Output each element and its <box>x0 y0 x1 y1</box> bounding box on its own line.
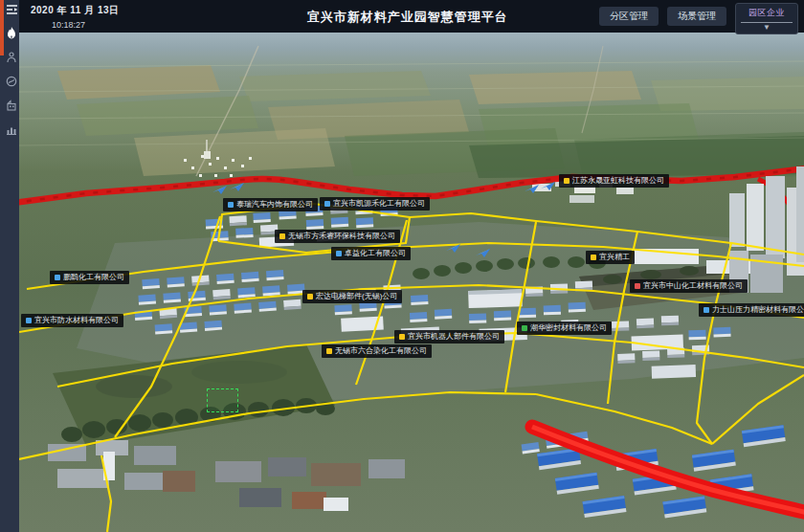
company-marker-icon <box>26 318 32 323</box>
company-label-text: 卓益化工有限公司 <box>345 250 406 257</box>
company-marker-icon <box>55 275 60 280</box>
plane-marker-icon[interactable] <box>476 245 491 255</box>
menu-icon[interactable] <box>4 2 19 17</box>
page-title: 宜兴市新材料产业园智慧管理平台 <box>307 9 508 26</box>
company-label[interactable]: 鹏鹞化工有限公司 <box>50 271 129 284</box>
company-marker-icon <box>564 178 570 184</box>
current-date: 2020 年 11 月 13日 <box>31 4 120 17</box>
chevron-down-icon: ▼ <box>763 24 770 32</box>
app-window: 2020 年 11 月 13日 10:18:27 宜兴市新材料产业园智慧管理平台… <box>0 0 804 532</box>
company-label-text: 江苏永晟亚虹科技有限公司 <box>572 177 664 185</box>
map-3d-scene[interactable]: 泰瑞汽车内饰有限公司宜兴市凯源禾化工有限公司无锡市方禾睿环保科技有限公司卓益化工… <box>19 33 804 532</box>
company-label-text: 宜兴市中山化工材料有限公司 <box>643 282 743 290</box>
company-label-text: 潮华密封材料有限公司 <box>530 324 607 332</box>
park-enterprise-dropdown[interactable]: 园区企业 ▼ <box>735 3 798 34</box>
company-label[interactable]: 宜兴精工 <box>586 251 635 264</box>
company-label-text: 宜兴精工 <box>599 254 630 261</box>
company-marker-icon <box>307 294 313 299</box>
company-label[interactable]: 无锡市方禾睿环保科技有限公司 <box>275 230 400 243</box>
company-label[interactable]: 宏达电梯部件(无锡)公司 <box>302 290 402 303</box>
sidebar <box>0 0 19 532</box>
company-label[interactable]: 潮华密封材料有限公司 <box>517 321 612 335</box>
current-time: 10:18:27 <box>52 20 120 30</box>
compass-icon[interactable] <box>4 74 19 89</box>
company-marker-icon <box>704 307 709 313</box>
company-marker-icon <box>326 348 332 354</box>
company-label-text: 无锡市六合染化工有限公司 <box>335 347 427 355</box>
company-marker-icon <box>336 251 342 256</box>
company-label[interactable]: 宜兴市中山化工材料有限公司 <box>630 279 748 293</box>
factory-building-icon[interactable] <box>4 98 19 113</box>
scene-management-button[interactable]: 场景管理 <box>667 7 726 26</box>
company-label[interactable]: 宜兴市机器人部件有限公司 <box>394 330 504 344</box>
person-icon[interactable] <box>4 50 19 65</box>
plane-marker-icon[interactable] <box>230 179 245 189</box>
company-label-text: 泰瑞汽车内饰有限公司 <box>236 201 313 209</box>
dropdown-label: 园区企业 <box>748 7 785 19</box>
plane-marker-icon[interactable] <box>541 178 556 188</box>
selection-box <box>207 388 238 412</box>
plane-marker-icon[interactable] <box>446 240 461 251</box>
company-label-text: 力士山压力精密材料有限公司 <box>712 306 804 314</box>
company-label[interactable]: 宜兴市防水材料有限公司 <box>21 314 123 327</box>
company-marker-icon <box>279 233 285 239</box>
company-label[interactable]: 力士山压力精密材料有限公司 <box>699 303 804 317</box>
company-label-text: 无锡市方禾睿环保科技有限公司 <box>288 233 395 240</box>
company-marker-icon <box>522 325 527 331</box>
company-label[interactable]: 宜兴市凯源禾化工有限公司 <box>320 197 430 211</box>
company-marker-icon <box>399 334 405 340</box>
company-label[interactable]: 泰瑞汽车内饰有限公司 <box>223 198 318 211</box>
company-label-text: 宜兴市凯源禾化工有限公司 <box>333 200 425 208</box>
company-label[interactable]: 卓益化工有限公司 <box>331 247 411 260</box>
top-header: 2020 年 11 月 13日 10:18:27 宜兴市新材料产业园智慧管理平台… <box>19 0 804 33</box>
datetime-block: 2020 年 11 月 13日 10:18:27 <box>31 4 120 30</box>
company-marker-icon <box>591 255 596 260</box>
zone-management-button[interactable]: 分区管理 <box>599 7 659 26</box>
company-label-text: 鹏鹞化工有限公司 <box>63 274 124 281</box>
company-label-text: 宜兴市机器人部件有限公司 <box>408 333 500 341</box>
company-marker-icon <box>635 283 640 289</box>
bar-chart-icon[interactable] <box>4 122 19 137</box>
company-label-text: 宏达电梯部件(无锡)公司 <box>316 293 397 300</box>
company-marker-icon <box>228 202 234 208</box>
company-label[interactable]: 江苏永晟亚虹科技有限公司 <box>559 174 669 188</box>
company-marker-icon <box>324 201 330 207</box>
plane-marker-icon[interactable] <box>212 182 228 192</box>
plane-marker-icon[interactable] <box>525 181 540 191</box>
company-label[interactable]: 无锡市六合染化工有限公司 <box>322 344 432 358</box>
flame-icon[interactable] <box>4 26 19 41</box>
company-label-text: 宜兴市防水材料有限公司 <box>34 317 119 324</box>
